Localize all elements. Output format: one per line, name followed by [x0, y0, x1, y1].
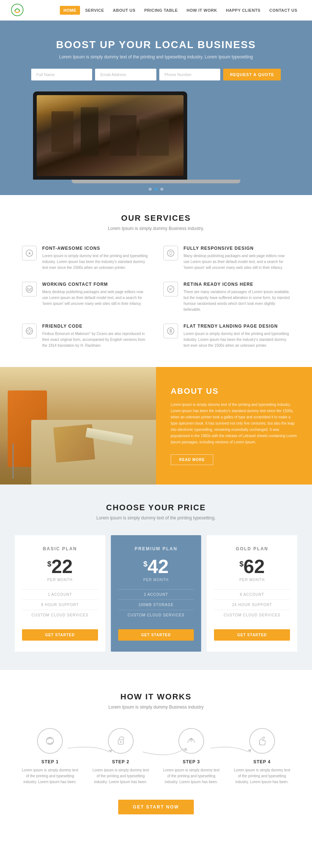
service-desc-4: There are many variations of passages of…	[184, 289, 290, 313]
retina-icon	[163, 282, 178, 296]
step-2-icon	[108, 728, 134, 754]
svg-text:★: ★	[28, 251, 31, 255]
gold-plan-name: GOLD PLAN	[214, 546, 290, 551]
premium-feature-2: 100MB STORAGE	[118, 599, 194, 610]
step-4: STEP 4 Lorem ipsum is simply dummy text …	[227, 728, 298, 785]
nav-service[interactable]: SERVICE	[81, 6, 108, 15]
gold-feature-2: 24 HOUR SUPPORT	[214, 599, 290, 610]
nav-contact[interactable]: CONTACT US	[266, 6, 301, 15]
get-start-now-button[interactable]: GET START NOW	[118, 800, 194, 814]
hero-section: BOOST UP YOUR LOCAL BUSINESS Lorem Ipsum…	[0, 21, 312, 195]
service-item-4: RETINA READY ICONS HERE There are many v…	[163, 282, 290, 313]
service-title-1: FONT-AWESOME ICONS	[42, 246, 149, 251]
landing-page-icon: $	[163, 324, 178, 338]
services-title: OUR SERVICES	[22, 213, 290, 223]
step-1: STEP 1 Lorem ipsum is simply dummy text …	[15, 728, 86, 785]
service-content-4: RETINA READY ICONS HERE There are many v…	[184, 282, 290, 313]
about-right: ABOUT US Lorem ipsum is simply dummy tex…	[156, 367, 312, 485]
premium-get-started-button[interactable]: GET STARTED	[118, 629, 194, 641]
services-subtitle: Lorem Ipsum is simply dummy Business ind…	[22, 226, 290, 231]
pricing-section: CHOOSE YOUR PRICE Lorem ipsum is simply …	[0, 485, 312, 670]
hero-phone-input[interactable]	[159, 69, 220, 80]
basic-get-started-button[interactable]: GET STARTED	[22, 629, 98, 641]
basic-amount: 22	[51, 557, 73, 576]
font-awesome-icon: ★	[22, 246, 37, 260]
basic-features: 1 ACCOUNT 8 HOUR SUPPORT CUSTOM CLOUD SE…	[22, 589, 98, 620]
svg-point-9	[167, 286, 174, 292]
dot-1[interactable]	[149, 188, 152, 191]
gold-feature-3: CUSTOM CLOUD SERVICES	[214, 610, 290, 620]
premium-plan-name: PREMIUM PLAN	[118, 546, 194, 551]
nav-how[interactable]: HOW IT WORK	[183, 6, 221, 15]
svg-point-24	[120, 741, 121, 743]
step-4-desc: Lorem ipsum is simply dummy text of the …	[232, 767, 292, 785]
basic-feature-1: 1 ACCOUNT	[22, 589, 98, 599]
contact-form-icon	[22, 282, 37, 296]
step-1-desc: Lorem ipsum is simply dummy text of the …	[20, 767, 80, 785]
pricing-card-basic: BASIC PLAN $ 22 PER MONTH 1 ACCOUNT 8 HO…	[15, 535, 105, 652]
responsive-icon	[163, 246, 178, 260]
get-start-wrapper: GET START NOW	[15, 800, 297, 814]
nav-clients[interactable]: HAPPY CLIENTS	[222, 6, 264, 15]
steps-wrapper: STEP 1 Lorem ipsum is simply dummy text …	[15, 728, 297, 785]
service-title-4: RETINA READY ICONS HERE	[184, 282, 290, 287]
dot-2[interactable]	[155, 188, 157, 191]
services-section: OUR SERVICES Lorem Ipsum is simply dummy…	[0, 195, 312, 367]
hero-name-input[interactable]	[31, 69, 92, 80]
logo[interactable]	[11, 4, 24, 17]
nav-about[interactable]: ABOUT US	[109, 6, 139, 15]
step-4-icon	[249, 728, 275, 754]
basic-dollar: $	[47, 560, 51, 568]
basic-plan-name: BASIC PLAN	[22, 546, 98, 551]
service-content-6: FLAT TRENDY LANDING PAGE DESIGN Lorem ip…	[184, 324, 290, 349]
premium-per-month: PER MONTH	[118, 578, 194, 582]
step-4-label: STEP 4	[232, 759, 292, 764]
friendly-code-icon	[22, 324, 37, 338]
nav-pricing[interactable]: PRICING TABLE	[141, 6, 181, 15]
step-2-label: STEP 2	[91, 759, 151, 764]
step-3-icon	[178, 728, 204, 754]
hero-email-input[interactable]	[95, 69, 156, 80]
screen-photo	[37, 95, 184, 176]
navbar: HOME SERVICE ABOUT US PRICING TABLE HOW …	[0, 0, 312, 21]
premium-amount: 42	[148, 557, 169, 576]
svg-point-4	[170, 251, 171, 252]
read-more-button[interactable]: READ MORE	[171, 454, 213, 465]
about-image	[0, 367, 156, 485]
basic-feature-2: 8 HOUR SUPPORT	[22, 599, 98, 610]
pricing-card-gold: GOLD PLAN $ 62 PER MONTH 8 ACCOUNT 24 HO…	[207, 535, 297, 652]
steps: STEP 1 Lorem ipsum is simply dummy text …	[15, 728, 297, 785]
gold-get-started-button[interactable]: GET STARTED	[214, 629, 290, 641]
how-title: HOW IT WORKS	[15, 692, 297, 702]
nav-home[interactable]: HOME	[60, 6, 80, 15]
step-2-desc: Lorem ipsum is simply dummy text of the …	[91, 767, 151, 785]
request-quote-button[interactable]: REQUEST A QUOTE	[223, 69, 281, 80]
service-desc-5: Finibus Bonorum et Malorum" by Cicero ar…	[42, 331, 149, 349]
nav-links: HOME SERVICE ABOUT US PRICING TABLE HOW …	[60, 6, 301, 15]
how-it-works-section: HOW IT WORKS Lorem Ipsum is simply dummy…	[0, 670, 312, 836]
service-title-6: FLAT TRENDY LANDING PAGE DESIGN	[184, 324, 290, 329]
basic-feature-3: CUSTOM CLOUD SERVICES	[22, 610, 98, 620]
about-title: ABOUT US	[171, 386, 297, 396]
premium-feature-1: 2 ACCOUNT	[118, 589, 194, 599]
service-title-5: FRIENDLY CODE	[42, 324, 149, 329]
basic-per-month: PER MONTH	[22, 578, 98, 582]
hero-title: BOOST UP YOUR LOCAL BUSINESS	[11, 39, 301, 51]
service-item-5: FRIENDLY CODE Finibus Bonorum et Malorum…	[22, 324, 149, 349]
svg-point-12	[28, 329, 31, 332]
service-content-5: FRIENDLY CODE Finibus Bonorum et Malorum…	[42, 324, 149, 349]
svg-point-5	[26, 286, 33, 292]
premium-dollar: $	[144, 560, 148, 568]
service-content-1: FONT-AWESOME ICONS Lorem ipsum is simply…	[42, 246, 149, 271]
gold-per-month: PER MONTH	[214, 578, 290, 582]
step-3-desc: Lorem ipsum is simply dummy text of the …	[162, 767, 221, 785]
service-desc-2: Many desktop publishing packages and web…	[184, 253, 290, 271]
step-1-icon	[37, 728, 63, 754]
step-3: STEP 3 Lorem ipsum is simply dummy text …	[156, 728, 227, 785]
pricing-subtitle: Lorem ipsum is simply dummy text of the …	[15, 515, 297, 521]
gold-features: 8 ACCOUNT 24 HOUR SUPPORT CUSTOM CLOUD S…	[214, 589, 290, 620]
about-desc: Lorem ipsum is simply dummy text of the …	[171, 401, 297, 445]
step-1-label: STEP 1	[20, 759, 80, 764]
dot-3[interactable]	[160, 188, 163, 191]
service-item-3: WORKING CONTACT FORM Many desktop publis…	[22, 282, 149, 313]
